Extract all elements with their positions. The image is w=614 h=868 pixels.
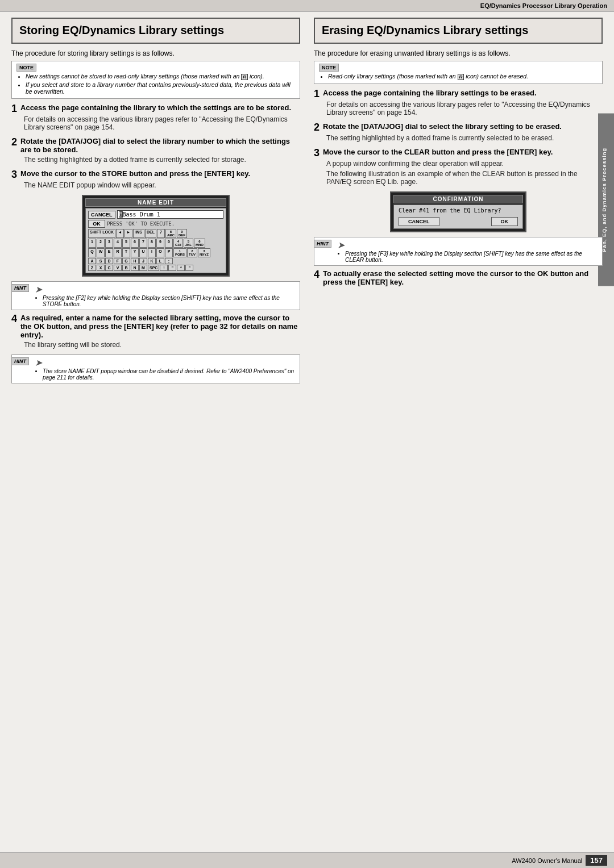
name-edit-inner: CANCEL BBass Drum 1 OK PRESS 'OK' TO EXE… xyxy=(85,208,226,273)
estep-2-heading: Rotate the [DATA/JOG] dial to select the… xyxy=(323,122,562,131)
storing-section-box: Storing EQ/Dynamics Library settings xyxy=(11,18,300,44)
kbd-1-pqrs[interactable]: 1PQRS xyxy=(173,248,186,257)
kbd-d[interactable]: D xyxy=(105,258,113,264)
erasing-note-list: Read-only library settings (those marked… xyxy=(319,73,598,80)
kbd-row-2: Q W E R T Y U I O P 1PQRS 2TUV 3NXYZ xyxy=(88,248,223,257)
kbd-m[interactable]: M xyxy=(139,265,147,271)
kbd-g[interactable]: G xyxy=(122,258,130,264)
step-3-heading: Move the cursor to the STORE button and … xyxy=(20,169,250,178)
kbd-4[interactable]: 4 xyxy=(114,239,122,248)
kbd-left[interactable]: ◄ xyxy=(116,229,124,238)
kbd-shiftlock[interactable]: SHIFT LOCK xyxy=(88,229,115,238)
estep-2-desc: The setting highlighted by a dotted fram… xyxy=(326,134,603,142)
name-edit-cancel-btn[interactable]: CANCEL xyxy=(88,211,115,219)
kbd-f[interactable]: F xyxy=(114,258,122,264)
kbd-6-mno[interactable]: 6MNO xyxy=(194,239,205,248)
kbd-e[interactable]: E xyxy=(105,248,113,257)
kbd-x[interactable]: X xyxy=(97,265,105,271)
kbd-semi[interactable]: ; xyxy=(165,258,173,264)
storing-step-1-header: 1 Access the page containing the library… xyxy=(11,103,300,114)
kbd-h[interactable]: H xyxy=(131,258,139,264)
estep-3-desc: A popup window confirming the clear oper… xyxy=(326,160,603,168)
kbd-8-abc[interactable]: 8ABC xyxy=(165,229,176,238)
kbd-6[interactable]: 6 xyxy=(131,239,139,248)
r-icon-2: R xyxy=(458,74,464,80)
kbd-j[interactable]: J xyxy=(139,258,147,264)
kbd-z[interactable]: Z xyxy=(88,265,96,271)
storing-step-4-header: 4 As required, enter a name for the sele… xyxy=(11,314,300,339)
storing-hint-1: HINT ➤ Pressing the [F2] key while holdi… xyxy=(11,281,300,310)
kbd-i[interactable]: I xyxy=(148,248,156,257)
kbd-o[interactable]: O xyxy=(156,248,164,257)
kbd-2[interactable]: 2 xyxy=(97,239,105,248)
step-1-desc: For details on accessing the various lib… xyxy=(24,115,300,131)
kbd-row-3: A S D F G H J K L ; xyxy=(88,258,223,264)
kbd-n[interactable]: N xyxy=(131,265,139,271)
kbd-b[interactable]: B xyxy=(122,265,130,271)
kbd-q[interactable]: Q xyxy=(88,248,96,257)
kbd-row-1: 1 2 3 4 5 6 7 8 9 0 4GHI 5JKL 6MNO xyxy=(88,239,223,248)
kbd-right[interactable]: ► xyxy=(125,229,132,238)
kbd-quote[interactable]: " xyxy=(168,265,176,271)
kbd-a[interactable]: A xyxy=(88,258,96,264)
confirmation-cancel-btn[interactable]: CANCEL xyxy=(399,217,439,226)
erasing-step-1-header: 1 Access the page containing the library… xyxy=(314,89,603,99)
name-edit-row-1: CANCEL BBass Drum 1 xyxy=(88,210,223,219)
kbd-ins[interactable]: INS xyxy=(133,229,144,238)
kbd-9b[interactable]: 9 xyxy=(156,239,164,248)
kbd-spc[interactable]: SPC xyxy=(148,265,159,271)
confirmation-ok-btn[interactable]: OK xyxy=(491,217,518,226)
kbd-v[interactable]: V xyxy=(114,265,122,271)
kbd-7b[interactable]: 7 xyxy=(139,239,147,248)
estep-2-num: 2 xyxy=(314,122,320,132)
kbd-4-ghi[interactable]: 4GHI xyxy=(173,239,183,248)
kbd-hash[interactable]: " xyxy=(185,265,193,271)
kbd-s[interactable]: S xyxy=(97,258,105,264)
kbd-l[interactable]: L xyxy=(156,258,164,264)
kbd-y[interactable]: Y xyxy=(131,248,139,257)
kbd-del[interactable]: DEL xyxy=(145,229,156,238)
kbd-3[interactable]: 3 xyxy=(105,239,113,248)
kbd-r[interactable]: R xyxy=(114,248,122,257)
main-content: Storing EQ/Dynamics Library settings The… xyxy=(0,12,614,859)
storing-step-3-header: 3 Move the cursor to the STORE button an… xyxy=(11,169,300,180)
kbd-u[interactable]: U xyxy=(139,248,147,257)
kbd-9-def[interactable]: 9DEF xyxy=(177,229,187,238)
kbd-p[interactable]: P xyxy=(165,248,173,257)
kbd-row-0: SHIFT LOCK ◄ ► INS DEL 7 8ABC 9DEF xyxy=(88,229,223,238)
footer-page-number: 157 xyxy=(586,855,607,866)
kbd-1[interactable]: 1 xyxy=(88,239,96,248)
storing-hint-2: HINT ➤ The store NAME EDIT popup window … xyxy=(11,354,300,383)
kbd-0[interactable]: 0 xyxy=(165,239,173,248)
kbd-excl[interactable]: ! xyxy=(160,265,168,271)
kbd-k[interactable]: K xyxy=(148,258,156,264)
kbd-row-4: Z X C V B N M SPC ! " * " xyxy=(88,265,223,271)
kbd-2-tuv[interactable]: 2TUV xyxy=(187,248,197,257)
storing-step-1: 1 Access the page containing the library… xyxy=(11,103,300,131)
kbd-8b[interactable]: 8 xyxy=(148,239,156,248)
erasing-section-box: Erasing EQ/Dynamics Library settings xyxy=(314,18,603,44)
name-edit-ok-btn[interactable]: OK xyxy=(88,220,105,228)
confirmation-title: CONFIRMATION xyxy=(393,195,523,203)
name-edit-row-2: OK PRESS 'OK' TO EXECUTE. xyxy=(88,220,223,228)
kbd-w[interactable]: W xyxy=(97,248,105,257)
erasing-hint-list: Pressing the [F3] key while holding the … xyxy=(337,251,598,263)
erasing-step-3-header: 3 Move the cursor to the CLEAR button an… xyxy=(314,148,603,158)
kbd-t[interactable]: T xyxy=(122,248,130,257)
step-2-desc: The setting highlighted by a dotted fram… xyxy=(24,156,300,164)
kbd-dot[interactable]: * xyxy=(177,265,185,271)
storing-step-4: 4 As required, enter a name for the sele… xyxy=(11,314,300,349)
hint-1-arrow: ➤ xyxy=(35,284,42,295)
step-2-heading: Rotate the [DATA/JOG] dial to select the… xyxy=(20,137,300,154)
kbd-c[interactable]: C xyxy=(105,265,113,271)
erasing-hint-item: Pressing the [F3] key while holding the … xyxy=(345,251,598,263)
step-2-num: 2 xyxy=(11,137,17,147)
kbd-5-jkl[interactable]: 5JKL xyxy=(184,239,193,248)
erasing-step-2: 2 Rotate the [DATA/JOG] dial to select t… xyxy=(314,122,603,142)
estep-1-heading: Access the page containing the library s… xyxy=(323,89,537,97)
left-column: Storing EQ/Dynamics Library settings The… xyxy=(11,18,300,825)
erasing-step-4: 4 To actually erase the selected setting… xyxy=(314,269,603,286)
kbd-7[interactable]: 7 xyxy=(157,229,165,238)
kbd-5[interactable]: 5 xyxy=(122,239,130,248)
kbd-3-wxyz[interactable]: 3NXYZ xyxy=(198,248,210,257)
